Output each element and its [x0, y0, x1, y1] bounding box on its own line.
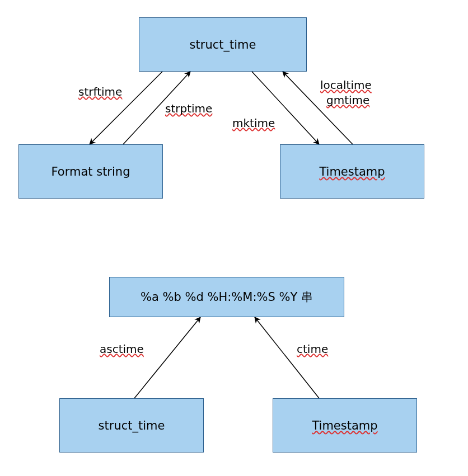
node-label: struct_time: [99, 419, 165, 432]
node-label: %a %b %d %H:%M:%S %Y 串: [141, 289, 313, 305]
arrow-strftime: [90, 72, 162, 144]
node-label: Timestamp: [319, 165, 385, 178]
edge-label-gmtime: gmtime: [326, 93, 369, 107]
edge-label-strptime: strptime: [165, 102, 212, 115]
node-struct-time-top: struct_time: [139, 17, 307, 72]
edge-label-mktime: mktime: [232, 116, 275, 130]
node-label: struct_time: [190, 38, 256, 51]
arrow-ctime: [255, 317, 319, 398]
node-format-pattern: %a %b %d %H:%M:%S %Y 串: [109, 277, 344, 317]
edge-label-ctime: ctime: [297, 342, 328, 356]
diagram-canvas: struct_time Format string Timestamp strf…: [0, 0, 468, 476]
edge-label-localtime: localtime: [320, 78, 372, 92]
node-label: Format string: [52, 165, 130, 178]
node-label: Timestamp: [312, 419, 377, 432]
node-format-string: Format string: [18, 144, 163, 199]
node-timestamp-1: Timestamp: [280, 144, 424, 199]
edge-label-strftime: strftime: [78, 85, 122, 98]
edge-label-asctime: asctime: [100, 342, 144, 356]
node-timestamp-2: Timestamp: [273, 398, 417, 453]
node-struct-time-bottom: struct_time: [59, 398, 204, 453]
arrow-mktime: [252, 72, 319, 144]
arrow-asctime: [134, 317, 200, 398]
